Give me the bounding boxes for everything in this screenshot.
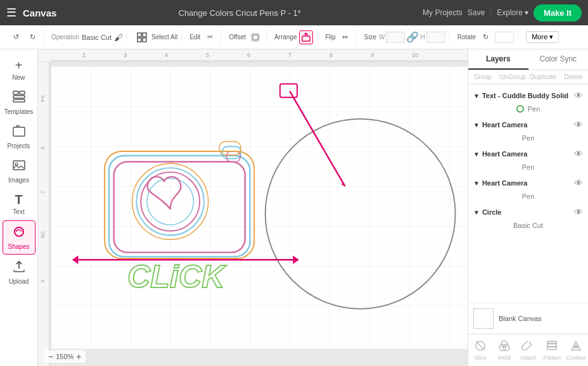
flatten-button[interactable]: Flatten [540, 337, 564, 363]
layer-name-circle: Circle [482, 208, 502, 216]
svg-rect-2 [137, 38, 141, 42]
select-all-button[interactable] [135, 30, 149, 44]
visibility-icon-heart-camera-2[interactable]: 👁 [574, 149, 583, 159]
svg-text:3: 3 [124, 52, 127, 58]
templates-icon [12, 90, 26, 107]
duplicate-button[interactable]: Duplicate [528, 70, 559, 84]
more-button[interactable]: More ▾ [526, 31, 559, 43]
select-all-label: Select All [151, 34, 177, 41]
redo-button[interactable]: ↻ [25, 30, 39, 44]
nav-actions: My Projects Save | Explore ▾ Make It [423, 4, 582, 22]
rotate-button[interactable]: ↻ [478, 30, 492, 44]
left-sidebar: + New Templates Projects Images T Text [0, 49, 38, 366]
visibility-icon-circle[interactable]: 👁 [574, 207, 583, 217]
zoom-out-button[interactable]: − [48, 351, 53, 362]
operation-label: Operation [51, 34, 79, 41]
save-button[interactable]: Save [468, 8, 485, 17]
attach-button[interactable]: Attach [516, 337, 540, 363]
slice-icon [474, 339, 487, 353]
arrow-icon: ▼ [473, 122, 480, 129]
my-projects-link[interactable]: My Projects [423, 8, 463, 17]
tab-layers[interactable]: Layers [468, 49, 528, 70]
explore-button[interactable]: Explore ▾ [497, 8, 528, 17]
svg-rect-15 [13, 161, 25, 170]
sidebar-item-projects[interactable]: Projects [3, 120, 35, 153]
arrow-icon: ▼ [473, 180, 480, 187]
canvas-area[interactable]: 2 3 4 5 6 7 8 9 10 PS 6 7 6O 6 [38, 49, 468, 366]
sidebar-item-label-templates: Templates [4, 108, 34, 115]
visibility-icon-heart-camera-1[interactable]: 👁 [574, 120, 583, 130]
arrange-label: Arrange [274, 34, 297, 41]
panel-actions: Group UnGroup Duplicate Delete [468, 70, 588, 84]
width-input[interactable] [386, 32, 405, 43]
layer-header-heart-camera-1[interactable]: ▼ Heart Camera 👁 [473, 117, 583, 132]
more-group: More ▾ [522, 31, 563, 43]
layer-group-heart-camera-3: ▼ Heart Camera 👁 Pen [468, 174, 588, 203]
visibility-icon-text-cuddle[interactable]: 👁 [574, 91, 583, 101]
layer-group-text-cuddle: ▼ Text - Cuddle Buddy Solid 👁 Pen [468, 87, 588, 116]
sidebar-item-upload[interactable]: Upload [3, 256, 35, 289]
svg-point-17 [15, 227, 23, 236]
layer-header-circle[interactable]: ▼ Circle 👁 [473, 205, 583, 220]
visibility-icon-heart-camera-3[interactable]: 👁 [574, 178, 583, 188]
size-group: Size W 🔗 H [361, 31, 450, 43]
layer-subitem-heart-camera-2: Pen [473, 161, 583, 173]
group-button[interactable]: Group [468, 70, 499, 84]
svg-text:6O: 6O [40, 231, 46, 238]
sidebar-item-label-new: New [12, 74, 25, 81]
sidebar-item-label-text: Text [13, 208, 24, 215]
sidebar-item-shapes[interactable]: Shapes [3, 220, 35, 255]
panel-tabs: Layers Color Sync [468, 49, 588, 70]
layer-name-heart-camera-3: Heart Camera [482, 179, 528, 187]
height-input[interactable] [426, 32, 445, 43]
doc-title: Change Colors Cricut Pens P - 1* [63, 8, 416, 18]
sidebar-item-text[interactable]: T Text [3, 189, 35, 219]
layer-group-heart-camera-1: ▼ Heart Camera 👁 Pen [468, 116, 588, 145]
svg-rect-3 [143, 38, 146, 42]
slice-button[interactable]: Slice [468, 337, 492, 363]
contour-icon [570, 339, 582, 353]
flip-button[interactable]: ⇔ [338, 30, 352, 44]
sidebar-item-templates[interactable]: Templates [3, 86, 35, 119]
svg-text:6: 6 [40, 279, 46, 282]
svg-rect-1 [143, 33, 146, 37]
undo-button[interactable]: ↺ [9, 30, 23, 44]
select-all-group: Select All [131, 30, 182, 44]
svg-rect-12 [13, 96, 25, 98]
svg-text:2: 2 [82, 52, 86, 58]
edit-group: Edit ✂ [186, 30, 221, 44]
right-panel: Layers Color Sync Group UnGroup Duplicat… [468, 49, 588, 366]
flatten-icon [546, 339, 558, 353]
make-it-button[interactable]: Make It [534, 4, 582, 22]
operation-group: Operation Basic Cut 🖌 [48, 32, 127, 42]
arrange-button[interactable] [299, 30, 313, 44]
arrow-icon: ▼ [473, 151, 480, 158]
canvas-content[interactable]: CLiCK [51, 62, 468, 353]
layer-name-heart-camera-2: Heart Camera [482, 150, 528, 158]
layer-group-heart-camera-2: ▼ Heart Camera 👁 Pen [468, 145, 588, 174]
svg-text:PS: PS [40, 95, 46, 102]
layer-header-heart-camera-3[interactable]: ▼ Heart Camera 👁 [473, 175, 583, 191]
weld-button[interactable]: Weld [492, 337, 516, 363]
zoom-in-button[interactable]: + [76, 351, 81, 362]
offset-button[interactable] [248, 30, 262, 44]
contour-button[interactable]: Contour [564, 337, 588, 363]
svg-text:CLiCK: CLiCK [127, 258, 227, 294]
layer-header-heart-camera-2[interactable]: ▼ Heart Camera 👁 [473, 146, 583, 161]
delete-button[interactable]: Delete [559, 70, 589, 84]
rotate-input[interactable] [495, 32, 514, 43]
operation-select[interactable]: Basic Cut [82, 34, 112, 41]
sidebar-item-label-images: Images [8, 177, 29, 184]
layer-header-text-cuddle[interactable]: ▼ Text - Cuddle Buddy Solid 👁 [473, 88, 583, 103]
ruler-left: PS 6 7 6O 6 [38, 62, 51, 366]
sidebar-item-label-shapes: Shapes [8, 243, 30, 250]
hamburger-menu[interactable]: ☰ [6, 6, 16, 20]
layer-subitem-circle: Basic Cut [473, 220, 583, 231]
sidebar-item-images[interactable]: Images [3, 155, 35, 187]
edit-button[interactable]: ✂ [203, 30, 217, 44]
rotate-label: Rotate [457, 34, 476, 41]
ungroup-button[interactable]: UnGroup [499, 70, 529, 84]
sidebar-item-new[interactable]: + New [3, 54, 35, 85]
bottom-actions: Slice Weld Attach Flatten [468, 334, 588, 366]
tab-color-sync[interactable]: Color Sync [528, 49, 589, 70]
